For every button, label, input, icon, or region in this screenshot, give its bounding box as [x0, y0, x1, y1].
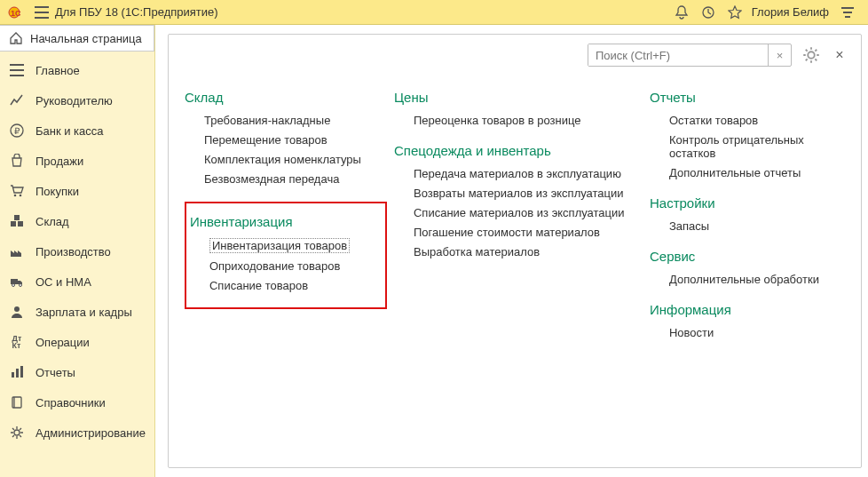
settings-gear-icon[interactable] — [801, 46, 822, 64]
home-tab[interactable]: Начальная страница — [0, 25, 154, 52]
svg-point-6 — [20, 195, 22, 197]
sidebar-item-manager[interactable]: Руководителю — [0, 85, 154, 115]
sidebar-item-label: Покупки — [36, 185, 79, 198]
link-movement[interactable]: Перемещение товаров — [204, 133, 387, 147]
svg-point-18 — [14, 430, 20, 435]
sidebar-item-label: Банк и касса — [36, 124, 104, 138]
truck-icon — [9, 274, 25, 290]
sidebar-item-label: Руководителю — [36, 94, 113, 107]
boxes-icon — [9, 213, 25, 229]
svg-point-19 — [808, 52, 815, 59]
svg-point-12 — [20, 284, 22, 287]
svg-point-5 — [14, 195, 17, 197]
sidebar-item-label: Отчеты — [36, 366, 75, 379]
svg-point-11 — [12, 284, 15, 287]
link-writeoff-goods[interactable]: Списание товаров — [209, 279, 376, 292]
link-transfer-materials[interactable]: Передача материалов в эксплуатацию — [414, 167, 643, 180]
bag-icon — [9, 153, 25, 169]
sidebar-item-label: ОС и НМА — [36, 275, 91, 289]
user-name[interactable]: Глория Белиф — [752, 5, 829, 19]
svg-rect-7 — [11, 221, 16, 227]
svg-rect-14 — [12, 372, 14, 378]
link-stocks[interactable]: Запасы — [669, 219, 845, 233]
section-reports[interactable]: Отчеты — [650, 90, 845, 105]
hamburger-icon[interactable] — [32, 3, 51, 22]
link-requirements[interactable]: Требования-накладные — [204, 114, 387, 127]
main-panel: × × Склад Требования-накладные Перемещен… — [155, 25, 868, 477]
list-icon — [9, 62, 25, 78]
gear-icon — [9, 425, 25, 441]
chart-icon — [9, 92, 25, 108]
bars-icon — [9, 364, 25, 380]
sidebar-item-operations[interactable]: ДтКт Операции — [0, 327, 154, 357]
section-warehouse[interactable]: Склад — [185, 90, 387, 105]
svg-rect-8 — [18, 221, 23, 227]
link-completion[interactable]: Комплектация номенклатуры — [204, 153, 387, 166]
svg-rect-10 — [11, 279, 18, 284]
more-icon[interactable] — [838, 3, 857, 22]
cart-icon — [9, 183, 25, 199]
link-news[interactable]: Новости — [669, 326, 845, 339]
home-tab-label: Начальная страница — [30, 32, 142, 45]
section-inventory[interactable]: Инвентаризация — [190, 214, 376, 229]
sidebar-item-label: Справочники — [36, 396, 106, 409]
svg-text:1C: 1C — [11, 9, 21, 18]
ruble-icon: ₽ — [9, 123, 25, 139]
link-additional-reports[interactable]: Дополнительные отчеты — [669, 166, 845, 179]
section-workwear[interactable]: Спецодежда и инвентарь — [394, 143, 643, 158]
link-repayment-cost[interactable]: Погашение стоимости материалов — [414, 226, 643, 239]
factory-icon — [9, 243, 25, 259]
sidebar-item-label: Зарплата и кадры — [36, 306, 132, 319]
sidebar-item-sales[interactable]: Продажи — [0, 146, 154, 176]
sidebar-item-label: Склад — [36, 215, 69, 228]
link-revaluation[interactable]: Переоценка товаров в рознице — [414, 114, 643, 127]
sidebar-item-hr[interactable]: Зарплата и кадры — [0, 297, 154, 327]
sidebar: Начальная страница Главное Руководителю … — [0, 25, 155, 477]
link-production-materials[interactable]: Выработка материалов — [414, 245, 643, 258]
section-settings[interactable]: Настройки — [650, 195, 845, 211]
bell-icon[interactable] — [672, 3, 691, 22]
sidebar-item-label: Операции — [36, 336, 90, 349]
sidebar-item-production[interactable]: Производство — [0, 236, 154, 266]
person-icon — [9, 304, 25, 320]
search-clear-button[interactable]: × — [768, 44, 791, 66]
svg-rect-16 — [20, 366, 23, 378]
app-title: Для ПБУ 18 (1С:Предприятие) — [55, 5, 218, 19]
inventory-highlight-box: Инвентаризация Инвентаризация товаров Оп… — [185, 202, 387, 309]
search-box: × — [588, 44, 792, 67]
section-information[interactable]: Информация — [650, 302, 845, 317]
sidebar-item-admin[interactable]: Администрирование — [0, 417, 154, 448]
link-additional-processing[interactable]: Дополнительные обработки — [669, 273, 845, 286]
link-gratuitous[interactable]: Безвозмездная передача — [204, 172, 387, 186]
sidebar-item-warehouse[interactable]: Склад — [0, 206, 154, 236]
search-input[interactable] — [588, 44, 768, 66]
link-posting-goods[interactable]: Оприходование товаров — [209, 259, 376, 273]
link-stock-balance[interactable]: Остатки товаров — [669, 114, 845, 127]
history-icon[interactable] — [698, 3, 718, 22]
book-icon — [9, 394, 25, 410]
sidebar-item-label: Главное — [36, 64, 80, 77]
logo-1c: 1C — [7, 4, 28, 20]
sidebar-item-os-nma[interactable]: ОС и НМА — [0, 266, 154, 297]
sidebar-item-purchases[interactable]: Покупки — [0, 176, 154, 206]
titlebar: 1C Для ПБУ 18 (1С:Предприятие) Глория Бе… — [0, 0, 868, 25]
sidebar-item-main[interactable]: Главное — [0, 55, 154, 85]
link-inventory-goods[interactable]: Инвентаризация товаров — [209, 238, 376, 253]
sidebar-item-label: Продажи — [36, 155, 83, 168]
star-icon[interactable] — [725, 3, 745, 22]
home-icon — [9, 31, 23, 45]
svg-rect-9 — [14, 215, 20, 220]
link-writeoff-materials[interactable]: Списание материалов из эксплуатации — [414, 206, 643, 219]
sidebar-item-directories[interactable]: Справочники — [0, 387, 154, 417]
link-negative-control[interactable]: Контроль отрицательных остатков — [669, 133, 845, 160]
section-prices[interactable]: Цены — [394, 90, 643, 105]
sidebar-item-bank[interactable]: ₽ Банк и касса — [0, 115, 154, 146]
close-panel-button[interactable]: × — [831, 47, 848, 63]
svg-text:₽: ₽ — [14, 126, 20, 136]
sidebar-item-reports[interactable]: Отчеты — [0, 357, 154, 387]
sidebar-item-label: Администрирование — [36, 426, 146, 440]
sidebar-item-label: Производство — [36, 245, 111, 258]
link-return-materials[interactable]: Возвраты материалов из эксплуатации — [414, 187, 643, 200]
section-service[interactable]: Сервис — [650, 249, 845, 264]
svg-rect-15 — [16, 369, 19, 378]
